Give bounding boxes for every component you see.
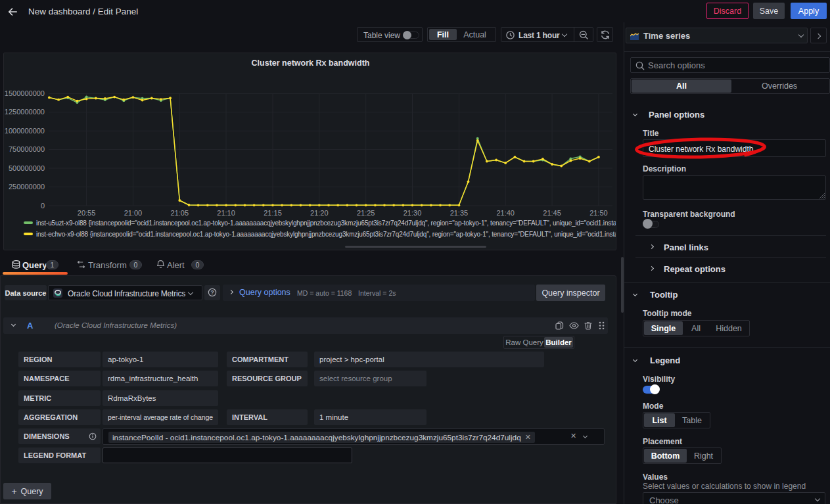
svg-text:21:10: 21:10 xyxy=(217,209,235,217)
svg-text:20:55: 20:55 xyxy=(78,209,96,217)
svg-text:750000000: 750000000 xyxy=(9,145,45,153)
svg-text:?: ? xyxy=(210,289,214,296)
svg-text:21:35: 21:35 xyxy=(450,209,469,217)
svg-text:1500000000: 1500000000 xyxy=(5,89,45,97)
svg-text:21:45: 21:45 xyxy=(543,209,561,217)
svg-text:500000000: 500000000 xyxy=(9,164,45,172)
svg-text:21:25: 21:25 xyxy=(357,209,375,217)
svg-text:21:05: 21:05 xyxy=(171,209,189,217)
svg-text:1000000000: 1000000000 xyxy=(5,127,45,135)
svg-text:21:20: 21:20 xyxy=(310,209,329,217)
svg-text:21:40: 21:40 xyxy=(496,209,515,217)
svg-text:21:00: 21:00 xyxy=(124,209,143,217)
svg-text:1250000000: 1250000000 xyxy=(5,108,45,116)
svg-text:21:15: 21:15 xyxy=(264,209,282,217)
svg-text:0: 0 xyxy=(41,202,45,210)
svg-text:21:50: 21:50 xyxy=(589,209,608,217)
svg-text:250000000: 250000000 xyxy=(9,183,45,191)
svg-text:21:30: 21:30 xyxy=(403,209,422,217)
